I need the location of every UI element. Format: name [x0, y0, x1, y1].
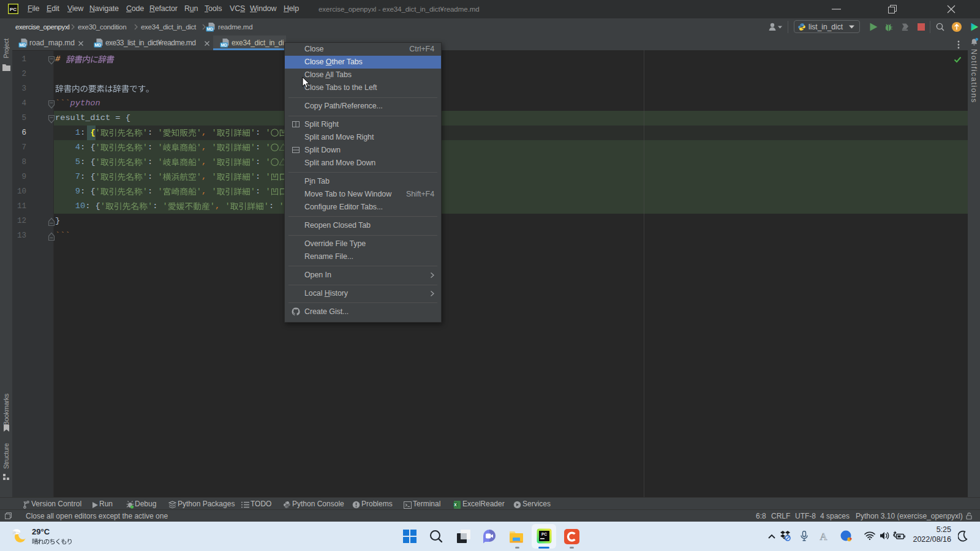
svg-text:MD: MD — [206, 27, 213, 31]
svg-text:X: X — [454, 503, 457, 507]
svg-text:MD: MD — [221, 43, 227, 47]
svg-text:A: A — [820, 531, 827, 541]
svg-text:PC: PC — [10, 7, 17, 12]
svg-text:MD: MD — [19, 43, 26, 47]
svg-text:MD: MD — [94, 43, 101, 47]
svg-text:PC: PC — [541, 532, 547, 536]
